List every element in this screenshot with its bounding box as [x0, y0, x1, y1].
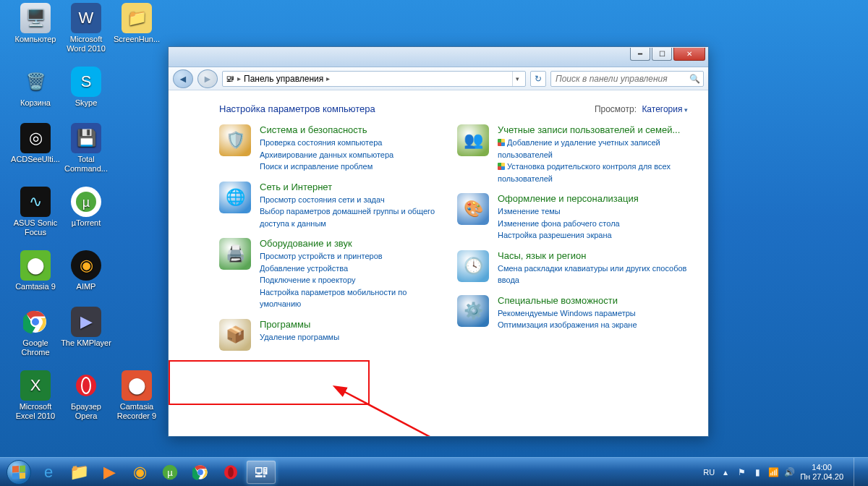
svg-point-12: [197, 469, 203, 475]
minimize-button[interactable]: ━: [630, 48, 650, 61]
taskbar: e 📁 ▶ ◉ µ 🖳 RU ▴ ⚑ ▮ 📶 🔊 14:00 Пн 27.04.…: [0, 457, 868, 486]
desktop-icon-skype[interactable]: SSkype: [61, 67, 111, 108]
category-link[interactable]: Добавление и удаление учетных записей по…: [498, 137, 688, 161]
nav-forward-button[interactable]: ►: [197, 69, 218, 88]
close-button[interactable]: ✕: [673, 48, 705, 61]
category-left-1: 🌐Сеть и ИнтернетПросмотр состояния сети …: [219, 182, 450, 230]
desktop-icon-camtasia-rec[interactable]: ⬤Camtasia Recorder 9: [111, 370, 162, 420]
category-link[interactable]: Изменение фона рабочего стола: [498, 218, 688, 230]
taskbar-utorrent[interactable]: µ: [156, 461, 184, 484]
tray-volume-icon[interactable]: 🔊: [784, 467, 794, 477]
category-icon: 🌐: [219, 182, 251, 213]
desktop-icon-computer[interactable]: 🖥️Компьютер: [10, 3, 61, 44]
breadcrumb-root[interactable]: Панель управления: [244, 74, 323, 84]
category-link[interactable]: Просмотр состояния сети и задач: [260, 194, 450, 206]
titlebar[interactable]: ━ ☐ ✕: [169, 47, 708, 67]
view-mode-link[interactable]: Категория: [642, 104, 688, 114]
breadcrumb-arrow-icon: ▸: [326, 74, 330, 82]
category-link[interactable]: Поиск и исправление проблем: [260, 161, 450, 173]
category-link[interactable]: Проверка состояния компьютера: [260, 137, 450, 149]
address-dropdown-button[interactable]: ▾: [512, 72, 522, 86]
category-link[interactable]: Подключение к проектору: [260, 274, 450, 286]
breadcrumb-arrow-icon: ▸: [237, 74, 241, 82]
taskbar-chrome[interactable]: [186, 461, 215, 484]
maximize-button[interactable]: ☐: [652, 48, 672, 61]
annotation-highlight: [169, 360, 370, 405]
tray-battery-icon[interactable]: ▮: [752, 467, 762, 477]
taskbar-wmp[interactable]: ▶: [95, 461, 124, 484]
category-left-3: 📦ПрограммыУдаление программы: [219, 319, 450, 351]
search-box[interactable]: 🔍: [550, 71, 704, 87]
category-link[interactable]: Установка родительского контроля для все…: [498, 161, 688, 184]
desktop-icon-aimp[interactable]: ◉AIMP: [61, 250, 111, 291]
category-link[interactable]: Смена раскладки клавиатуры или других сп…: [498, 263, 688, 286]
desktop-icon-kmplayer[interactable]: ▶The KMPlayer: [61, 307, 111, 348]
show-desktop-button[interactable]: [854, 458, 861, 487]
category-link[interactable]: Просмотр устройств и принтеров: [260, 250, 450, 263]
taskbar-explorer[interactable]: 📁: [64, 461, 93, 484]
desktop-icon-recyclebin[interactable]: 🗑️Корзина: [10, 67, 61, 108]
page-heading: Настройка параметров компьютера: [219, 103, 595, 114]
desktop-icon-word[interactable]: WMicrosoft Word 2010: [61, 3, 111, 53]
category-link[interactable]: Архивирование данных компьютера: [260, 149, 450, 161]
desktop-icon-chrome[interactable]: Google Chrome: [10, 307, 61, 357]
nav-back-button[interactable]: ◄: [173, 69, 193, 88]
control-panel-window: ━ ☐ ✕ ◄ ► 🖳 ▸ Панель управления ▸ ▾ ↻ 🔍 …: [168, 46, 709, 437]
category-title[interactable]: Оформление и персонализация: [498, 193, 688, 204]
category-title[interactable]: Система и безопасность: [260, 124, 450, 135]
category-link[interactable]: Настройка разрешения экрана: [498, 229, 688, 242]
category-link[interactable]: Добавление устройства: [260, 263, 450, 275]
start-button[interactable]: [4, 458, 33, 487]
svg-text:µ: µ: [82, 195, 90, 210]
tray-clock[interactable]: 14:00 Пн 27.04.20: [800, 463, 843, 480]
desktop-icon-totalcmd[interactable]: 💾Total Command...: [61, 123, 111, 173]
category-icon: 📦: [219, 319, 251, 351]
tray-language[interactable]: RU: [703, 468, 715, 477]
category-icon: 👥: [457, 124, 489, 156]
category-title[interactable]: Часы, язык и регион: [498, 250, 688, 261]
tray-action-center-icon[interactable]: ⚑: [736, 467, 746, 477]
annotation-arrow: [328, 380, 487, 436]
taskbar-ie[interactable]: e: [34, 461, 63, 484]
category-icon: 🎨: [457, 193, 489, 225]
category-left-2: 🖨️Оборудование и звукПросмотр устройств …: [219, 238, 450, 310]
control-panel-icon: 🖳: [226, 74, 234, 84]
view-switcher: Просмотр: Категория: [595, 104, 688, 114]
taskbar-controlpanel[interactable]: 🖳: [247, 461, 276, 484]
category-title[interactable]: Программы: [260, 319, 450, 330]
search-icon[interactable]: 🔍: [689, 74, 700, 84]
category-link[interactable]: Настройка параметров мобильности по умол…: [260, 286, 450, 310]
category-right-0: 👥Учетные записи пользователей и семей...…: [457, 124, 688, 184]
category-title[interactable]: Оборудование и звук: [260, 238, 450, 249]
desktop-icon-excel[interactable]: XMicrosoft Excel 2010: [10, 370, 61, 420]
svg-text:µ: µ: [167, 467, 173, 478]
category-link[interactable]: Рекомендуемые Windows параметры: [498, 307, 688, 320]
category-link[interactable]: Выбор параметров домашней группы и общег…: [260, 205, 450, 229]
desktop-icon-opera[interactable]: Браузер Opera: [61, 370, 111, 420]
search-input[interactable]: [554, 73, 689, 85]
svg-line-8: [342, 391, 472, 436]
address-bar[interactable]: 🖳 ▸ Панель управления ▸ ▾: [222, 71, 526, 87]
tray-show-hidden-icon[interactable]: ▴: [720, 467, 731, 477]
desktop-icon-acdsee[interactable]: ◎ACDSeeUlti...: [10, 123, 61, 164]
toolbar: ◄ ► 🖳 ▸ Панель управления ▸ ▾ ↻ 🔍: [169, 67, 708, 90]
category-link[interactable]: Оптимизация изображения на экране: [498, 319, 688, 331]
category-link[interactable]: Удаление программы: [260, 331, 450, 344]
desktop-icon-asus-sonic[interactable]: ∿ASUS Sonic Focus: [10, 187, 61, 236]
category-right-2: 🕓Часы, язык и регионСмена раскладки клав…: [457, 250, 688, 286]
category-title[interactable]: Сеть и Интернет: [260, 182, 450, 192]
category-right-1: 🎨Оформление и персонализацияИзменение те…: [457, 193, 688, 242]
tray-network-icon[interactable]: 📶: [768, 467, 778, 477]
category-title[interactable]: Специальные возможности: [498, 295, 688, 306]
category-icon: ⚙️: [457, 295, 489, 327]
taskbar-aimp[interactable]: ◉: [125, 461, 154, 484]
system-tray: RU ▴ ⚑ ▮ 📶 🔊 14:00 Пн 27.04.20: [703, 458, 864, 487]
category-link[interactable]: Изменение темы: [498, 205, 688, 218]
refresh-button[interactable]: ↻: [530, 71, 546, 87]
taskbar-opera[interactable]: [216, 461, 245, 484]
desktop-icon-screenhunter[interactable]: 📁ScreenHun...: [111, 3, 162, 44]
category-title[interactable]: Учетные записи пользователей и семей...: [498, 124, 688, 135]
desktop-icon-camtasia9[interactable]: ⬤Camtasia 9: [10, 250, 61, 291]
desktop-icon-utorrent[interactable]: µµTorrent: [61, 187, 111, 228]
svg-point-14: [228, 466, 234, 477]
